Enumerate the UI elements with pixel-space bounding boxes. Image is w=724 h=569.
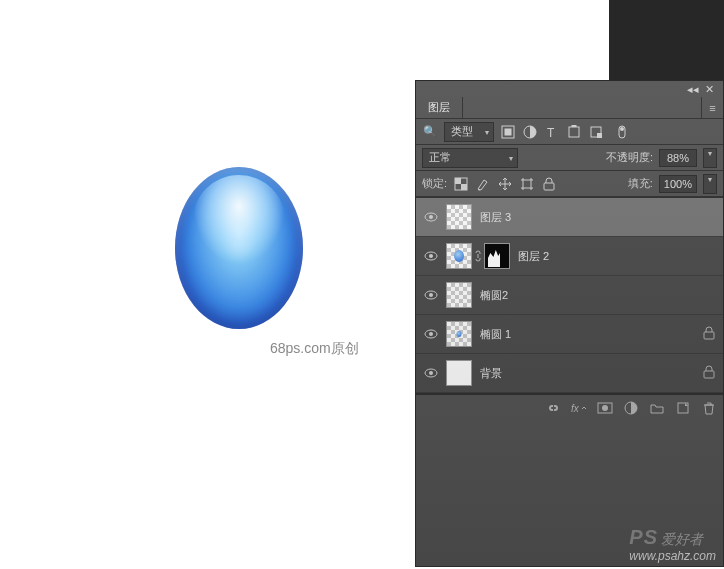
svg-point-25 — [429, 371, 433, 375]
layer-name[interactable]: 背景 — [480, 366, 502, 381]
filter-pixel-icon[interactable] — [500, 124, 516, 140]
layer-name[interactable]: 椭圆 1 — [480, 327, 511, 342]
visibility-toggle[interactable] — [424, 288, 438, 302]
footer-group-icon[interactable] — [649, 400, 665, 416]
layer-name[interactable]: 椭圆2 — [480, 288, 508, 303]
watermark-logo: PS — [629, 526, 658, 548]
panel-menu-icon[interactable]: ≡ — [701, 97, 723, 118]
layer-thumbnail[interactable] — [446, 204, 472, 230]
blend-mode-select[interactable]: 正常 ▾ — [422, 148, 518, 168]
svg-rect-13 — [523, 180, 531, 188]
panel-top-controls: ◂◂ ✕ — [416, 81, 723, 97]
layer-mask-thumbnail[interactable] — [484, 243, 510, 269]
filter-toggle-icon[interactable] — [614, 124, 630, 140]
svg-point-9 — [620, 127, 624, 131]
lock-artboard-icon[interactable] — [519, 176, 535, 192]
svg-text:fx: fx — [571, 403, 580, 414]
chevron-down-icon: ▾ — [509, 153, 513, 162]
svg-text:T: T — [547, 126, 555, 139]
artwork-orb — [175, 167, 303, 329]
blend-mode-value: 正常 — [429, 150, 451, 165]
opacity-label: 不透明度: — [606, 150, 653, 165]
svg-point-18 — [429, 254, 433, 258]
svg-rect-5 — [572, 125, 577, 127]
chevron-down-icon: ▾ — [485, 127, 489, 136]
panel-footer: fx — [416, 394, 723, 420]
layer-thumbnail[interactable] — [446, 243, 472, 269]
app-dark-area — [609, 0, 724, 80]
fill-label: 填充: — [628, 176, 653, 191]
layer-row[interactable]: 图层 3 — [416, 198, 723, 237]
svg-point-20 — [429, 293, 433, 297]
lock-row: 锁定: 填充: 100% ▾ — [416, 171, 723, 197]
layer-row[interactable]: 椭圆 1 — [416, 315, 723, 354]
mask-link-icon[interactable] — [474, 250, 482, 262]
svg-rect-4 — [569, 127, 579, 137]
visibility-toggle[interactable] — [424, 210, 438, 224]
lock-all-icon[interactable] — [541, 176, 557, 192]
svg-point-29 — [602, 405, 608, 411]
footer-link-icon[interactable] — [545, 400, 561, 416]
footer-trash-icon[interactable] — [701, 400, 717, 416]
layer-thumbnail[interactable] — [446, 321, 472, 347]
watermark: PS 爱好者 www.psahz.com — [629, 526, 716, 563]
layer-row[interactable]: 背景 — [416, 354, 723, 393]
tab-layers[interactable]: 图层 — [416, 97, 463, 118]
filter-type-value: 类型 — [451, 124, 473, 139]
watermark-url: www.psahz.com — [629, 549, 716, 563]
filter-row: 🔍 类型 ▾ T — [416, 119, 723, 145]
collapse-icon[interactable]: ◂◂ — [685, 81, 701, 97]
layer-thumbnail[interactable] — [446, 282, 472, 308]
footer-fx-icon[interactable]: fx — [571, 400, 587, 416]
opacity-dropdown[interactable]: ▾ — [703, 148, 717, 168]
blend-row: 正常 ▾ 不透明度: 88% ▾ — [416, 145, 723, 171]
filter-adjust-icon[interactable] — [522, 124, 538, 140]
footer-new-icon[interactable] — [675, 400, 691, 416]
layer-list: 图层 3 图层 2 椭圆2 椭圆 1 — [416, 197, 723, 393]
lock-label: 锁定: — [422, 176, 447, 191]
footer-adjust-icon[interactable] — [623, 400, 639, 416]
lock-position-icon[interactable] — [497, 176, 513, 192]
layers-panel: ◂◂ ✕ 图层 ≡ 🔍 类型 ▾ T 正常 ▾ 不透明度: 88% ▾ 锁定: — [415, 80, 724, 567]
credit-text: 68ps.com原创 — [270, 340, 359, 358]
lock-icon — [703, 365, 715, 381]
close-icon[interactable]: ✕ — [701, 81, 717, 97]
visibility-toggle[interactable] — [424, 366, 438, 380]
watermark-cn: 爱好者 — [661, 531, 703, 547]
filter-type-select[interactable]: 类型 ▾ — [444, 122, 494, 142]
layer-row[interactable]: 图层 2 — [416, 237, 723, 276]
svg-rect-11 — [455, 178, 461, 184]
opacity-field[interactable]: 88% — [659, 149, 697, 167]
svg-rect-14 — [544, 183, 554, 190]
layer-thumbs — [446, 321, 472, 347]
filter-smart-icon[interactable] — [588, 124, 604, 140]
chevron-down-icon: ▾ — [708, 149, 712, 158]
document-canvas: 68ps.com原创 — [0, 0, 415, 569]
svg-rect-26 — [704, 371, 714, 378]
panel-tabs: 图层 ≡ — [416, 97, 723, 119]
layer-row[interactable]: 椭圆2 — [416, 276, 723, 315]
filter-shape-icon[interactable] — [566, 124, 582, 140]
layer-thumbs — [446, 204, 472, 230]
svg-rect-23 — [704, 332, 714, 339]
visibility-toggle[interactable] — [424, 249, 438, 263]
footer-mask-icon[interactable] — [597, 400, 613, 416]
lock-icon — [703, 326, 715, 342]
layer-name[interactable]: 图层 2 — [518, 249, 549, 264]
layer-thumbs — [446, 282, 472, 308]
lock-transparent-icon[interactable] — [453, 176, 469, 192]
filter-type-text-icon[interactable]: T — [544, 124, 560, 140]
lock-paint-icon[interactable] — [475, 176, 491, 192]
fill-dropdown[interactable]: ▾ — [703, 174, 717, 194]
layer-thumbnail[interactable] — [446, 360, 472, 386]
layer-thumbs — [446, 243, 510, 269]
fill-field[interactable]: 100% — [659, 175, 697, 193]
svg-rect-7 — [597, 133, 602, 138]
svg-point-16 — [429, 215, 433, 219]
layer-name[interactable]: 图层 3 — [480, 210, 511, 225]
search-icon[interactable]: 🔍 — [422, 124, 438, 140]
layer-thumbs — [446, 360, 472, 386]
visibility-toggle[interactable] — [424, 327, 438, 341]
chevron-down-icon: ▾ — [708, 175, 712, 184]
svg-rect-12 — [461, 184, 467, 190]
